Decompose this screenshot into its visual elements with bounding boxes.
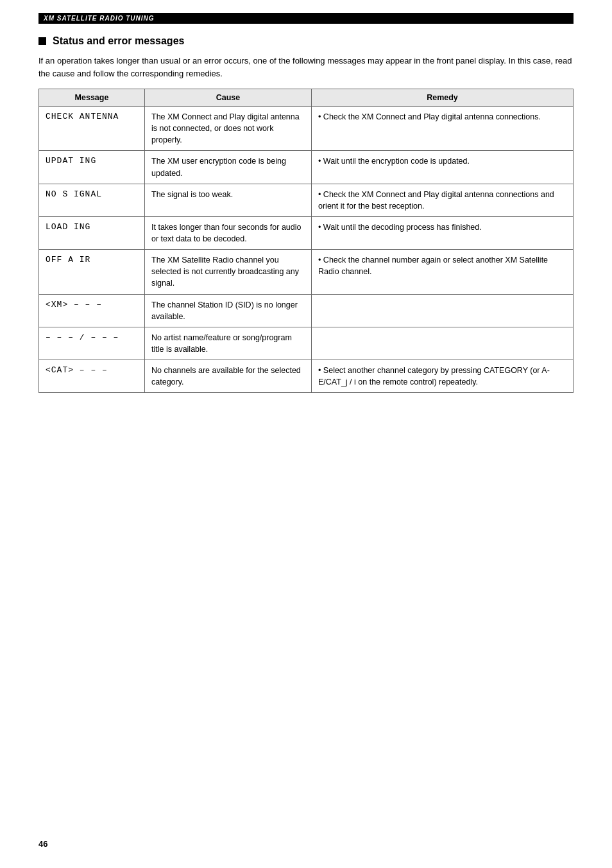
- table-row: NO S IGNALThe signal is too weak.• Check…: [39, 184, 574, 216]
- remedy-cell: [312, 327, 574, 360]
- table-row: OFF A IRThe XM Satellite Radio channel y…: [39, 250, 574, 294]
- cause-cell: No artist name/feature or song/program t…: [145, 327, 312, 360]
- remedy-cell: • Check the XM Connect and Play digital …: [312, 107, 574, 151]
- message-cell: UPDAT ING: [39, 151, 145, 184]
- message-cell: NO S IGNAL: [39, 184, 145, 216]
- message-cell: LOAD ING: [39, 216, 145, 249]
- message-cell: OFF A IR: [39, 250, 145, 294]
- cause-cell: It takes longer than four seconds for au…: [145, 216, 312, 249]
- table-row: UPDAT INGThe XM user encryption code is …: [39, 151, 574, 184]
- remedy-cell: [312, 294, 574, 327]
- table-row: <XM> – – –The channel Station ID (SID) i…: [39, 294, 574, 327]
- table-row: LOAD INGIt takes longer than four second…: [39, 216, 574, 249]
- message-cell: <CAT> – – –: [39, 360, 145, 393]
- col-cause: Cause: [145, 89, 312, 107]
- remedy-cell: • Check the XM Connect and Play digital …: [312, 184, 574, 216]
- message-cell: CHECK ANTENNA: [39, 107, 145, 151]
- remedy-cell: • Wait until the decoding process has fi…: [312, 216, 574, 249]
- message-cell: <XM> – – –: [39, 294, 145, 327]
- page-header: XM SATELLITE RADIO TUNING: [38, 13, 574, 24]
- table-row: <CAT> – – –No channels are available for…: [39, 360, 574, 393]
- cause-cell: The signal is too weak.: [145, 184, 312, 216]
- bullet-icon: [38, 37, 46, 45]
- cause-cell: No channels are available for the select…: [145, 360, 312, 393]
- message-cell: – – – / – – –: [39, 327, 145, 360]
- section-title: Status and error messages: [38, 35, 574, 47]
- intro-paragraph: If an operation takes longer than usual …: [38, 55, 574, 80]
- col-message: Message: [39, 89, 145, 107]
- remedy-cell: • Select another channel category by pre…: [312, 360, 574, 393]
- error-messages-table: Message Cause Remedy CHECK ANTENNAThe XM…: [38, 89, 574, 393]
- section-title-text: Status and error messages: [53, 35, 184, 47]
- table-header-row: Message Cause Remedy: [39, 89, 574, 107]
- cause-cell: The XM user encryption code is being upd…: [145, 151, 312, 184]
- page-number: 46: [38, 839, 47, 849]
- cause-cell: The channel Station ID (SID) is no longe…: [145, 294, 312, 327]
- table-row: CHECK ANTENNAThe XM Connect and Play dig…: [39, 107, 574, 151]
- header-title: XM SATELLITE RADIO TUNING: [44, 15, 155, 22]
- remedy-cell: • Wait until the encryption code is upda…: [312, 151, 574, 184]
- cause-cell: The XM Connect and Play digital antenna …: [145, 107, 312, 151]
- remedy-cell: • Check the channel number again or sele…: [312, 250, 574, 294]
- col-remedy: Remedy: [312, 89, 574, 107]
- cause-cell: The XM Satellite Radio channel you selec…: [145, 250, 312, 294]
- table-row: – – – / – – –No artist name/feature or s…: [39, 327, 574, 360]
